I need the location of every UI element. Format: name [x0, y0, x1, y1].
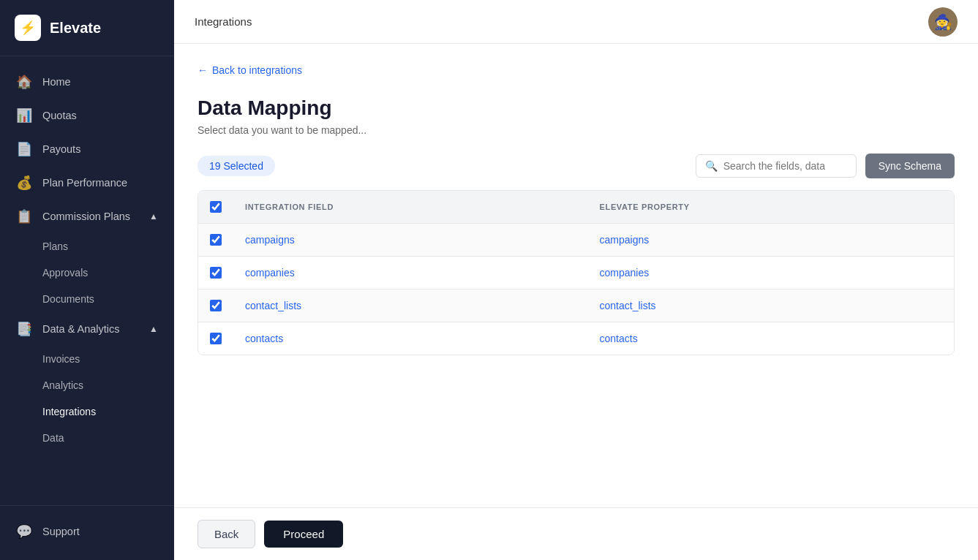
- row-2-checkbox-cell[interactable]: [198, 257, 233, 289]
- back-arrow-icon: ←: [198, 64, 208, 76]
- sidebar-item-commission-plans-label: Commission Plans: [42, 211, 130, 222]
- sidebar-item-plan-performance-label: Plan Performance: [42, 177, 127, 189]
- sidebar-item-data-analytics-label: Data & Analytics: [42, 323, 120, 335]
- sidebar-item-commission-plans[interactable]: 📋 Commission Plans ▲: [0, 200, 174, 233]
- sidebar-item-integrations[interactable]: Integrations: [0, 398, 174, 425]
- page-title: Data Mapping: [198, 97, 955, 120]
- data-analytics-sub-nav: Invoices Analytics Integrations Data: [0, 346, 174, 451]
- table-row: contacts contacts: [198, 322, 954, 355]
- app-name: Elevate: [50, 20, 101, 37]
- search-icon: 🔍: [705, 160, 718, 172]
- sidebar-item-documents[interactable]: Documents: [0, 286, 174, 312]
- page-subtitle: Select data you want to be mapped...: [198, 124, 955, 136]
- back-button[interactable]: Back: [198, 520, 255, 548]
- sidebar-item-data[interactable]: Data: [0, 425, 174, 451]
- table-row: campaigns campaigns: [198, 224, 954, 257]
- sidebar-item-plans[interactable]: Plans: [0, 233, 174, 260]
- content-area: ← Back to integrations Data Mapping Sele…: [174, 44, 978, 507]
- toolbar: 19 Selected 🔍 Sync Schema: [198, 154, 955, 178]
- payouts-icon: 📄: [16, 141, 32, 157]
- row-4-integration-field: contacts: [233, 322, 588, 355]
- sidebar-item-payouts[interactable]: 📄 Payouts: [0, 132, 174, 166]
- quotas-icon: 📊: [16, 107, 32, 124]
- integration-field-header: INTEGRATION FIELD: [233, 194, 588, 220]
- data-table: INTEGRATION FIELD ELEVATE PROPERTY campa…: [198, 190, 955, 355]
- sidebar-item-quotas[interactable]: 📊 Quotas: [0, 99, 174, 132]
- row-2-integration-field: companies: [233, 257, 588, 289]
- row-1-integration-field: campaigns: [233, 224, 588, 256]
- row-3-elevate-property: contact_lists: [588, 290, 943, 322]
- sidebar-item-quotas-label: Quotas: [42, 110, 77, 121]
- row-4-checkbox[interactable]: [210, 333, 222, 344]
- row-3-checkbox-cell[interactable]: [198, 290, 233, 322]
- selected-badge: 19 Selected: [198, 156, 275, 176]
- row-3-integration-field: contact_lists: [233, 290, 588, 322]
- row-1-checkbox[interactable]: [210, 234, 222, 246]
- sidebar-item-approvals[interactable]: Approvals: [0, 260, 174, 286]
- row-4-checkbox-cell[interactable]: [198, 322, 233, 355]
- main-content: Integrations 🧙 ← Back to integrations Da…: [174, 0, 978, 560]
- back-to-integrations-link[interactable]: ← Back to integrations: [198, 64, 955, 76]
- sidebar-bottom: 💬 Support: [0, 505, 174, 560]
- commission-plans-sub-nav: Plans Approvals Documents: [0, 233, 174, 312]
- data-analytics-chevron: ▲: [149, 324, 158, 334]
- toolbar-right: 🔍 Sync Schema: [696, 154, 955, 178]
- table-scroll-container[interactable]: campaigns campaigns companies companies: [198, 224, 954, 355]
- sidebar-item-home[interactable]: 🏠 Home: [0, 65, 174, 99]
- topbar: Integrations 🧙: [174, 0, 978, 44]
- sidebar-nav: 🏠 Home 📊 Quotas 📄 Payouts 💰 Plan Perform…: [0, 56, 174, 505]
- elevate-property-header: ELEVATE PROPERTY: [588, 194, 943, 220]
- select-all-checkbox[interactable]: [210, 201, 222, 213]
- table-header: INTEGRATION FIELD ELEVATE PROPERTY: [198, 191, 954, 224]
- sidebar-item-home-label: Home: [42, 76, 71, 88]
- proceed-button[interactable]: Proceed: [264, 521, 343, 548]
- row-1-checkbox-cell[interactable]: [198, 224, 233, 256]
- plan-performance-icon: 💰: [16, 175, 32, 191]
- row-4-elevate-property: contacts: [588, 322, 943, 355]
- search-input[interactable]: [723, 160, 847, 172]
- data-analytics-icon: 📑: [16, 321, 32, 337]
- row-1-elevate-property: campaigns: [588, 224, 943, 256]
- support-icon: 💬: [16, 523, 32, 540]
- sidebar-item-support-label: Support: [42, 526, 80, 537]
- row-2-checkbox[interactable]: [210, 267, 222, 279]
- sidebar-item-data-analytics[interactable]: 📑 Data & Analytics ▲: [0, 312, 174, 346]
- sidebar-item-plan-performance[interactable]: 💰 Plan Performance: [0, 166, 174, 200]
- sidebar-header: ⚡ Elevate: [0, 0, 174, 56]
- sidebar: ⚡ Elevate 🏠 Home 📊 Quotas 📄 Payouts 💰 Pl…: [0, 0, 174, 560]
- commission-plans-icon: 📋: [16, 208, 32, 224]
- topbar-title: Integrations: [195, 15, 252, 28]
- sidebar-item-analytics[interactable]: Analytics: [0, 372, 174, 398]
- sidebar-item-invoices[interactable]: Invoices: [0, 346, 174, 372]
- table-row: companies companies: [198, 257, 954, 290]
- app-logo: ⚡: [15, 15, 41, 41]
- home-icon: 🏠: [16, 74, 32, 90]
- header-checkbox-cell[interactable]: [198, 191, 233, 223]
- search-box[interactable]: 🔍: [696, 154, 857, 178]
- row-3-checkbox[interactable]: [210, 300, 222, 311]
- avatar[interactable]: 🧙: [928, 7, 958, 37]
- sidebar-item-support[interactable]: 💬 Support: [0, 515, 174, 548]
- row-2-elevate-property: companies: [588, 257, 943, 289]
- commission-plans-chevron: ▲: [149, 211, 158, 222]
- sync-schema-button[interactable]: Sync Schema: [865, 154, 955, 178]
- sidebar-item-payouts-label: Payouts: [42, 143, 80, 155]
- footer-actions: Back Proceed: [174, 507, 978, 560]
- table-row: contact_lists contact_lists: [198, 290, 954, 322]
